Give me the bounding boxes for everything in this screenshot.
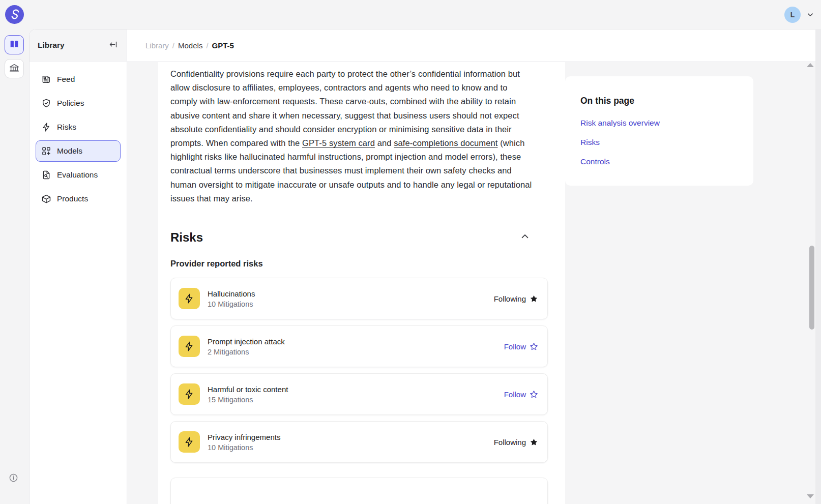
rail-library-button[interactable]: [5, 35, 24, 54]
sidebar-item-label: Models: [57, 146, 82, 156]
risk-card-title: Hallucinations: [208, 289, 494, 298]
sidebar-nav: Feed Policies Risks Models Evaluations P…: [30, 62, 127, 217]
sidebar-item-label: Evaluations: [57, 170, 98, 180]
following-button[interactable]: Following: [494, 294, 538, 303]
star-filled-icon: [530, 438, 538, 447]
shield-check-icon: [41, 98, 51, 108]
breadcrumb-separator: /: [206, 41, 208, 50]
user-avatar[interactable]: L: [784, 7, 801, 23]
inline-link[interactable]: safe-completions document: [394, 138, 497, 147]
book-open-icon: [9, 39, 20, 51]
article-paragraph: Confidentiality provisions require each …: [170, 67, 533, 205]
window-edge-gutter: [815, 29, 821, 504]
sidebar-item-label: Feed: [57, 75, 75, 84]
package-icon: [41, 194, 51, 204]
sidebar-item-label: Products: [57, 194, 88, 203]
avatar-initial: L: [790, 11, 795, 19]
star-filled-icon: [530, 294, 538, 303]
article-panel: Confidentiality provisions require each …: [158, 62, 565, 504]
risk-card-title: Prompt injection attack: [208, 337, 504, 346]
newspaper-icon: [41, 74, 51, 84]
risk-zap-icon: [179, 288, 200, 309]
scroll-up-arrow-icon[interactable]: [807, 63, 814, 67]
document-search-icon: [41, 170, 51, 180]
risk-card[interactable]: Harmful or toxic content 15 Mitigations …: [170, 373, 548, 415]
sidebar-item-products[interactable]: Products: [36, 188, 121, 210]
bank-icon: [9, 63, 20, 75]
follow-label: Following: [494, 294, 526, 303]
collapse-risks-section-button[interactable]: [517, 229, 533, 246]
sidebar-item-feed[interactable]: Feed: [36, 69, 121, 90]
risk-card-meta: Hallucinations 10 Mitigations: [208, 289, 494, 308]
breadcrumb-item-models[interactable]: Models: [178, 41, 202, 50]
risk-card-title: Privacy infringements: [208, 433, 494, 441]
risk-zap-icon: [179, 383, 200, 405]
provider-reported-risks-label: Provider reported risks: [170, 259, 553, 269]
scrollbar-thumb[interactable]: [809, 246, 814, 330]
follow-button[interactable]: Follow: [504, 342, 538, 351]
star-outline-icon: [530, 390, 538, 399]
risk-card-title: Harmful or toxic content: [208, 385, 504, 394]
logo-glyph-icon: [5, 5, 24, 24]
toc-link-risk-analysis-overview[interactable]: Risk analysis overview: [580, 118, 738, 128]
risk-card-mitigations: 10 Mitigations: [208, 300, 494, 308]
risk-card-meta: Prompt injection attack 2 Mitigations: [208, 337, 504, 356]
on-this-page-title: On this page: [580, 96, 738, 106]
risk-card-meta: Harmful or toxic content 15 Mitigations: [208, 385, 504, 404]
toc-link-controls[interactable]: Controls: [580, 157, 738, 166]
app-logo[interactable]: [5, 5, 24, 24]
follow-label: Follow: [504, 342, 526, 351]
risk-card-mitigations: 15 Mitigations: [208, 396, 504, 404]
follow-label: Following: [494, 438, 526, 447]
collapse-left-icon: [109, 40, 118, 50]
sidebar-item-models[interactable]: Models: [36, 140, 121, 162]
risk-card-mitigations: 10 Mitigations: [208, 443, 494, 452]
zap-icon: [41, 122, 51, 132]
risk-card[interactable]: Hallucinations 10 Mitigations Following: [170, 278, 548, 319]
breadcrumb: Library/Models/GPT-5: [127, 29, 815, 62]
chevron-up-icon: [519, 231, 531, 244]
icon-rail: [0, 29, 29, 504]
risk-zap-icon: [179, 336, 200, 357]
content-column: Library/Models/GPT-5 Confidentiality pro…: [127, 29, 815, 504]
sidebar-item-label: Risks: [57, 123, 76, 132]
follow-button[interactable]: Follow: [504, 390, 538, 399]
risk-card[interactable]: Privacy infringements 10 Mitigations Fol…: [170, 421, 548, 463]
risk-zap-icon: [179, 431, 200, 453]
star-outline-icon: [530, 342, 538, 351]
rail-organization-button[interactable]: [5, 59, 24, 78]
paragraph-text: (which highlight risks like hallucinated…: [170, 138, 532, 203]
risk-card[interactable]: Prompt injection attack 2 Mitigations Fo…: [170, 325, 548, 367]
breadcrumb-item-library[interactable]: Library: [145, 41, 169, 50]
follow-label: Follow: [504, 390, 526, 399]
breadcrumb-separator: /: [172, 41, 174, 50]
scroll-down-arrow-icon[interactable]: [807, 494, 814, 498]
breadcrumb-item-gpt-5: GPT-5: [212, 41, 234, 50]
inline-link[interactable]: GPT-5 system card: [302, 138, 375, 147]
top-header: L: [0, 0, 821, 29]
grid-plus-icon: [41, 146, 51, 156]
sidebar-title: Library: [38, 41, 65, 50]
paragraph-text: Confidentiality provisions require each …: [170, 69, 520, 147]
sidebar-item-label: Policies: [57, 99, 84, 108]
paragraph-text: and: [375, 138, 394, 147]
workspace-panel: Library Feed Policies Risks Models Evalu…: [29, 29, 815, 504]
info-icon[interactable]: [9, 473, 18, 483]
risk-card-mitigations: 2 Mitigations: [208, 348, 504, 356]
risk-card-meta: Privacy infringements 10 Mitigations: [208, 433, 494, 452]
on-this-page-panel: On this page Risk analysis overviewRisks…: [565, 76, 753, 186]
risk-card-list: Hallucinations 10 Mitigations Following …: [170, 278, 548, 463]
sidebar-item-risks[interactable]: Risks: [36, 116, 121, 138]
following-button[interactable]: Following: [494, 438, 538, 447]
library-sidebar: Library Feed Policies Risks Models Evalu…: [30, 29, 127, 504]
toc-link-risks[interactable]: Risks: [580, 138, 738, 147]
content-scroll-area: Confidentiality provisions require each …: [127, 62, 815, 504]
collapse-sidebar-button[interactable]: [108, 39, 119, 51]
account-menu-chevron-down-icon[interactable]: [806, 10, 815, 19]
on-this-page-links: Risk analysis overviewRisksControls: [580, 118, 738, 166]
risk-card-partial[interactable]: [170, 478, 548, 504]
risks-section-title: Risks: [170, 230, 203, 245]
sidebar-item-evaluations[interactable]: Evaluations: [36, 164, 121, 186]
sidebar-item-policies[interactable]: Policies: [36, 93, 121, 114]
